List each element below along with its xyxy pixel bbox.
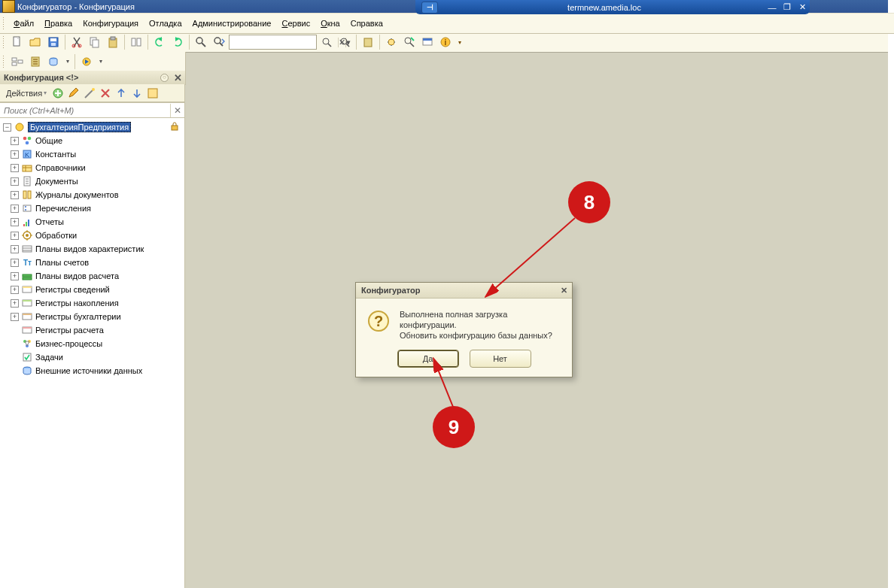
callout-9: 9: [433, 406, 475, 448]
callout-8-label: 8: [584, 191, 594, 214]
svg-line-86: [434, 360, 455, 411]
callout-9-label: 9: [449, 416, 459, 439]
svg-line-85: [487, 218, 575, 296]
callout-8: 8: [568, 181, 610, 223]
